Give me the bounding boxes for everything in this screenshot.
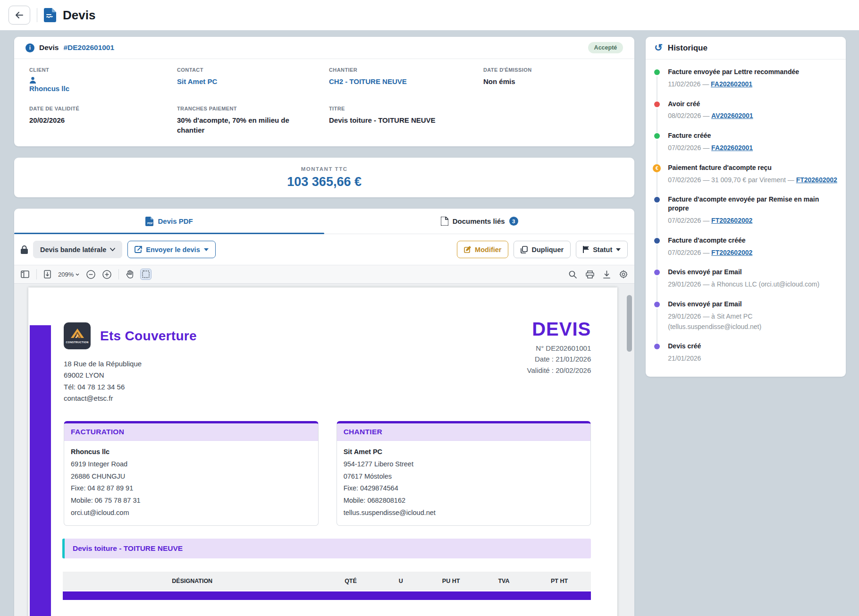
history-item-title: Facture d'acompte envoyée par Remise en …: [668, 195, 840, 213]
history-item-meta: 07/02/2026 — FA202602001: [668, 143, 840, 153]
document-title-banner: Devis toiture - TOITURE NEUVE: [62, 539, 591, 558]
pdf-viewer[interactable]: CONSTRUCTION Ets Couverture DEVIS N° DE2…: [14, 284, 634, 616]
devis-number: N° DE202601001: [527, 343, 591, 354]
lock-icon: [21, 245, 28, 254]
history-date: 08/02/2026: [668, 112, 701, 119]
history-date: 29/01/2026: [668, 280, 701, 288]
address-boxes-row: FACTURATION Rhoncus llc 6919 Integer Roa…: [64, 421, 591, 526]
amount-card: MONTANT TTC 103 365,66 €: [14, 158, 634, 197]
field-titre-label: TITRE: [329, 106, 483, 111]
status-button[interactable]: Statut: [576, 241, 628, 258]
send-devis-button[interactable]: Envoyer le devis: [127, 241, 215, 258]
field-tranches-label: TRANCHES PAIEMENT: [177, 106, 329, 111]
history-header: ↺ Historique: [646, 37, 846, 59]
template-select[interactable]: Devis bande latérale: [33, 241, 122, 258]
history-item-title: Facture envoyée par Lettre recommandée: [668, 68, 840, 76]
address-line: 69002 LYON: [64, 370, 142, 381]
field-tranches: TRANCHES PAIEMENT 30% d'acompte, 70% en …: [177, 106, 329, 135]
chevron-down-icon: [110, 248, 115, 251]
history-item-meta: 07/02/2026 — FT202602002: [668, 216, 840, 226]
download-icon[interactable]: [603, 270, 610, 278]
col-pu-ht: PU HT: [422, 578, 480, 584]
hand-tool-icon[interactable]: [126, 270, 134, 278]
history-item: Facture créée 07/02/2026 — FA202602001: [653, 131, 840, 163]
history-sep: —: [701, 112, 711, 119]
history-item-meta: 08/02/2026 — AV202602001: [668, 111, 840, 121]
summary-body: CLIENT Rhoncus llc CONTACT Sit Amet PC C…: [14, 59, 634, 146]
field-date-validite: DATE DE VALIDITÉ 20/02/2026: [29, 106, 177, 135]
settings-gear-icon[interactable]: [619, 270, 628, 278]
history-date: 11/02/2026: [668, 80, 700, 88]
sidebar-toggle-icon[interactable]: [21, 270, 29, 278]
left-column: i Devis #DE202601001 Accepté CLIENT Rhon…: [14, 37, 634, 616]
facturation-line: orci.ut@icloud.com: [71, 507, 312, 519]
tabs-bar: PDF Devis PDF Documents liés 3: [14, 209, 634, 234]
field-contact: CONTACT Sit Amet PC: [177, 67, 329, 93]
history-item: Facture d'acompte créée 07/02/2026 — FT2…: [653, 236, 840, 268]
history-item-title: Facture d'acompte créée: [668, 236, 840, 245]
zoom-out-icon[interactable]: [86, 270, 95, 279]
history-doc-link[interactable]: FT202602002: [711, 249, 752, 256]
page-accent-stripe: [30, 325, 51, 616]
history-date: 07/02/2026: [668, 144, 701, 152]
template-select-label: Devis bande latérale: [40, 246, 106, 253]
history-dot: [654, 270, 660, 275]
history-item: Avoir créé 08/02/2026 — AV202602001: [653, 100, 840, 132]
flag-icon: [583, 246, 589, 253]
history-item-title: Facture créée: [668, 131, 840, 140]
document-icon: [441, 217, 448, 226]
history-sep: —: [701, 144, 711, 152]
history-item-meta: 07/02/2026 — 31 009,70 € par Virement — …: [668, 175, 840, 186]
header-divider: [37, 8, 37, 22]
field-client-value[interactable]: Rhoncus llc: [29, 76, 177, 93]
history-dot: [654, 101, 660, 107]
viewer-scrollbar[interactable]: [627, 295, 632, 352]
field-chantier-value[interactable]: CH2 - TOITURE NEUVE: [329, 76, 483, 86]
back-button[interactable]: [8, 6, 30, 25]
select-tool-icon[interactable]: [141, 269, 151, 279]
history-doc-link[interactable]: FA202602001: [711, 80, 752, 88]
chantier-line: 07617 Móstoles: [344, 471, 584, 483]
facturation-line: Mobile: 06 75 78 87 31: [71, 495, 312, 507]
history-date: 29/01/2026: [668, 312, 701, 320]
zoom-in-icon[interactable]: [102, 270, 111, 279]
history-doc-link[interactable]: FT202602002: [796, 176, 837, 184]
tab-devis-pdf[interactable]: PDF Devis PDF: [14, 209, 324, 234]
modify-label: Modifier: [475, 246, 501, 253]
company-address: 18 Rue de la République 69002 LYON Tél: …: [64, 358, 142, 404]
summary-number[interactable]: #DE202601001: [63, 43, 114, 52]
toolbar-divider: [118, 269, 119, 279]
chevron-down-icon: [76, 273, 79, 276]
history-item-meta: 07/02/2026 — FT202602002: [668, 248, 840, 258]
history-sep: —: [700, 80, 711, 88]
amount-value: 103 365,66 €: [287, 175, 362, 189]
field-client: CLIENT Rhoncus llc: [29, 67, 177, 93]
pdf-page: CONSTRUCTION Ets Couverture DEVIS N° DE2…: [28, 287, 617, 616]
fit-page-icon[interactable]: [44, 270, 51, 278]
pencil-icon: [464, 246, 471, 253]
search-icon[interactable]: [569, 270, 577, 278]
history-doc-link[interactable]: AV202602001: [711, 112, 753, 119]
facturation-box-body: Rhoncus llc 6919 Integer Road 26886 CHUN…: [64, 441, 318, 525]
history-doc-link[interactable]: FA202602001: [711, 144, 753, 152]
chantier-line: tellus.suspendisse@icloud.net: [344, 507, 584, 519]
address-line: contact@etsc.fr: [64, 393, 142, 404]
construction-roof-icon: [69, 329, 85, 340]
chantier-box: CHANTIER Sit Amet PC 954-1277 Libero Str…: [337, 421, 591, 526]
field-date-validite-label: DATE DE VALIDITÉ: [29, 106, 177, 111]
svg-text:PDF: PDF: [147, 222, 153, 225]
caret-down-icon: [616, 248, 621, 251]
history-doc-link[interactable]: FT202602002: [711, 217, 752, 224]
pdf-toolbar-right: [569, 270, 628, 278]
zoom-level-control[interactable]: 209%: [58, 271, 79, 278]
facturation-name: Rhoncus llc: [71, 446, 312, 458]
pdf-viewer-toolbar: 209%: [14, 265, 634, 284]
field-contact-value[interactable]: Sit Amet PC: [177, 76, 329, 86]
modify-button[interactable]: Modifier: [457, 241, 508, 258]
duplicate-button[interactable]: Dupliquer: [514, 241, 571, 258]
col-pt-ht: PT HT: [528, 578, 591, 584]
caret-down-icon: [204, 248, 209, 251]
tab-documents-lies[interactable]: Documents liés 3: [324, 209, 634, 234]
print-icon[interactable]: [586, 270, 594, 278]
items-table: DÉSIGNATION QTÉ U PU HT TVA PT HT: [63, 572, 591, 600]
